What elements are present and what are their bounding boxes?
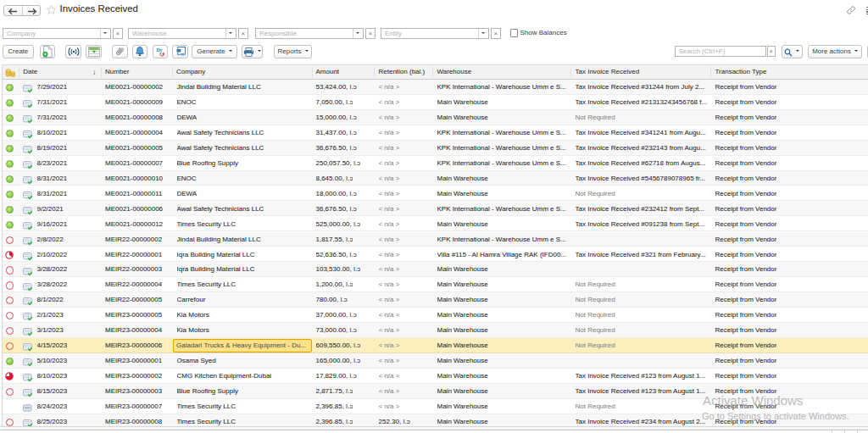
svg-text:Dr: Dr (157, 47, 163, 52)
